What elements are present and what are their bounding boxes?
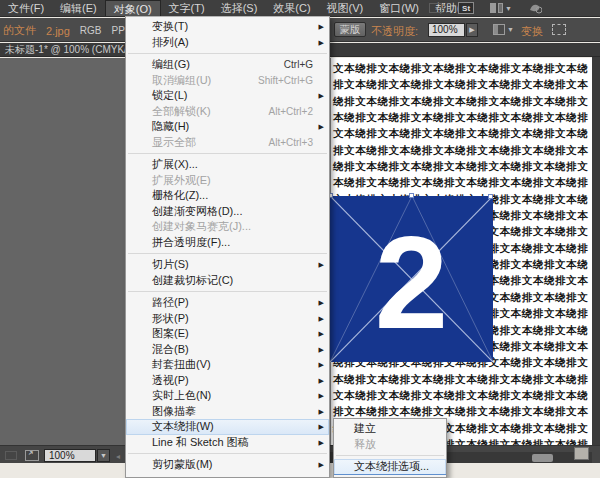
menu-bar-right-icons: St ▼ xyxy=(429,2,542,14)
chevron-down-icon: ▼ xyxy=(507,26,514,33)
submenu-arrow-icon: ▶ xyxy=(319,435,324,451)
object-menu-item[interactable]: Line 和 Sketch 图稿▶ xyxy=(126,435,329,451)
object-menu-item[interactable]: 形状(P)▶ xyxy=(126,311,329,327)
window-right-edge xyxy=(592,43,600,463)
menubar-item[interactable]: 对象(O) xyxy=(105,0,161,16)
object-menu-item[interactable]: 封套扭曲(V)▶ xyxy=(126,357,329,373)
menu-item-label: 排列(A) xyxy=(152,36,189,48)
object-menu-item[interactable]: 排列(A)▶ xyxy=(126,35,329,51)
workspace-switcher-icon[interactable]: ▼ xyxy=(490,3,512,13)
menu-item-label: 封套扭曲(V) xyxy=(152,358,211,370)
workspace-grid-icon xyxy=(498,3,503,13)
menu-item-label: 扩展外观(E) xyxy=(152,174,211,186)
object-menu-item[interactable]: 实时上色(N)▶ xyxy=(126,388,329,404)
text-wrap-submenu-item[interactable]: 释放 xyxy=(334,437,446,453)
submenu-arrow-icon: ▶ xyxy=(319,342,324,358)
menu-item-label: 栅格化(Z)... xyxy=(152,189,208,201)
menubar-item[interactable]: 视图(V) xyxy=(319,0,372,16)
object-menu-item[interactable]: 变换(T)▶ xyxy=(126,19,329,35)
object-menu-item[interactable]: 剪切蒙版(M)▶ xyxy=(126,457,329,473)
menubar-item[interactable]: 窗口(W) xyxy=(371,0,427,16)
submenu-arrow-icon: ▶ xyxy=(319,357,324,373)
panel-toggle-icon[interactable] xyxy=(429,3,442,13)
color-mode-label: RGB xyxy=(80,25,102,36)
object-menu-item[interactable]: 显示全部Alt+Ctrl+3 xyxy=(126,135,329,151)
image-number-text: 2 xyxy=(375,233,448,333)
st-badge-icon[interactable]: St xyxy=(458,2,474,14)
object-menu-item[interactable]: 编组(G)Ctrl+G xyxy=(126,57,329,73)
menu-item-label: 扩展(X)... xyxy=(152,158,198,170)
menu-item-label: 编组(G) xyxy=(152,58,190,70)
submenu-arrow-icon: ▶ xyxy=(319,257,324,273)
object-menu-item[interactable]: 扩展外观(E) xyxy=(126,173,329,189)
menu-item-label: 取消编组(U) xyxy=(152,74,211,86)
menu-item-label: 剪切蒙版(M) xyxy=(152,458,213,470)
selection-handle[interactable] xyxy=(488,194,493,199)
object-menu-item[interactable]: 扩展(X)... xyxy=(126,157,329,173)
object-menu-item[interactable]: 切片(S)▶ xyxy=(126,257,329,273)
cs-live-icon[interactable] xyxy=(528,2,542,14)
artboard-nav-icon[interactable] xyxy=(5,451,17,460)
menu-item-label: 建立 xyxy=(354,422,376,434)
submenu-arrow-icon: ▶ xyxy=(319,88,324,104)
placed-image[interactable]: 2 xyxy=(330,196,493,362)
menu-item-label: 显示全部 xyxy=(152,136,196,148)
menu-item-shortcut: Ctrl+G xyxy=(284,57,313,73)
menu-item-label: 文本绕排选项... xyxy=(354,460,429,472)
text-wrap-submenu-item[interactable]: 建立 xyxy=(334,421,446,437)
menu-item-label: 图案(E) xyxy=(152,327,189,339)
object-menu-dropdown: 变换(T)▶排列(A)▶编组(G)Ctrl+G取消编组(U)Shift+Ctrl… xyxy=(125,16,330,478)
object-menu-item[interactable]: 隐藏(H)▶ xyxy=(126,119,329,135)
transform-link[interactable]: 变换 xyxy=(521,24,543,39)
chevron-down-icon: ▼ xyxy=(505,5,512,12)
submenu-arrow-icon: ▶ xyxy=(319,295,324,311)
object-menu-item[interactable]: 透视(P)▶ xyxy=(126,373,329,389)
object-menu-item[interactable]: 拼合透明度(F)... xyxy=(126,235,329,251)
menubar-item[interactable]: 文字(T) xyxy=(161,0,213,16)
object-menu-item[interactable]: 取消编组(U)Shift+Ctrl+G xyxy=(126,73,329,89)
object-menu-item[interactable]: 创建渐变网格(D)... xyxy=(126,204,329,220)
object-menu-list: 变换(T)▶排列(A)▶编组(G)Ctrl+G取消编组(U)Shift+Ctrl… xyxy=(126,19,329,473)
menu-item-label: 形状(P) xyxy=(152,312,189,324)
object-menu-item[interactable]: 栅格化(Z)... xyxy=(126,188,329,204)
object-menu-item[interactable]: 混合(B)▶ xyxy=(126,342,329,358)
zoom-level-input[interactable]: 100% xyxy=(44,449,96,462)
bounding-box-icon[interactable] xyxy=(552,24,566,35)
object-menu-item[interactable]: 文本绕排(W)▶ xyxy=(126,419,329,435)
menubar-item[interactable]: 文件(F) xyxy=(0,0,52,16)
menu-item-shortcut: Alt+Ctrl+3 xyxy=(269,135,313,151)
object-menu-item[interactable]: 全部解锁(K)Alt+Ctrl+2 xyxy=(126,104,329,120)
style-flyout-icon[interactable]: ▼ xyxy=(493,24,514,35)
opacity-input[interactable]: 100% xyxy=(428,23,465,37)
object-menu-item[interactable]: 路径(P)▶ xyxy=(126,295,329,311)
menu-item-label: 混合(B) xyxy=(152,343,189,355)
submenu-arrow-icon: ▶ xyxy=(319,19,324,35)
text-wrap-submenu-item[interactable]: 文本绕排选项... xyxy=(334,459,446,475)
object-menu-item[interactable]: 创建裁切标记(C) xyxy=(126,273,329,289)
horizontal-scrollbar-thumb[interactable] xyxy=(532,454,553,462)
opacity-label[interactable]: 不透明度: xyxy=(371,24,418,39)
menu-item-label: 创建渐变网格(D)... xyxy=(152,205,242,217)
zoom-dropdown-button[interactable]: ▼ xyxy=(97,449,110,462)
mask-button[interactable]: 蒙版 xyxy=(334,22,366,37)
object-menu-item[interactable]: 图像描摹▶ xyxy=(126,404,329,420)
object-menu-item[interactable]: 锁定(L)▶ xyxy=(126,88,329,104)
menu-bar-items: 文件(F)编辑(E)对象(O)文字(T)选择(S)效果(C)视图(V)窗口(W)… xyxy=(0,0,480,16)
menu-item-label: 隐藏(H) xyxy=(152,120,189,132)
submenu-arrow-icon: ▶ xyxy=(319,404,324,420)
menu-bar: 文件(F)编辑(E)对象(O)文字(T)选择(S)效果(C)视图(V)窗口(W)… xyxy=(0,0,600,17)
object-menu-item[interactable]: 创建对象马赛克(J)... xyxy=(126,219,329,235)
menu-item-label: 释放 xyxy=(354,438,376,450)
menubar-item[interactable]: 编辑(E) xyxy=(52,0,105,16)
opacity-dropdown-button[interactable]: ▶ xyxy=(466,23,478,37)
object-menu-item[interactable]: 图案(E)▶ xyxy=(126,326,329,342)
selection-handle[interactable] xyxy=(409,193,414,198)
share-icon[interactable] xyxy=(25,450,39,461)
menu-item-label: 图像描摹 xyxy=(152,405,196,417)
submenu-arrow-icon: ▶ xyxy=(319,35,324,51)
menubar-item[interactable]: 选择(S) xyxy=(213,0,266,16)
menu-item-shortcut: Alt+Ctrl+2 xyxy=(269,104,313,120)
text-wrap-submenu-list: 建立释放文本绕排选项... xyxy=(334,421,446,475)
menubar-item[interactable]: 效果(C) xyxy=(265,0,318,16)
submenu-arrow-icon: ▶ xyxy=(319,373,324,389)
